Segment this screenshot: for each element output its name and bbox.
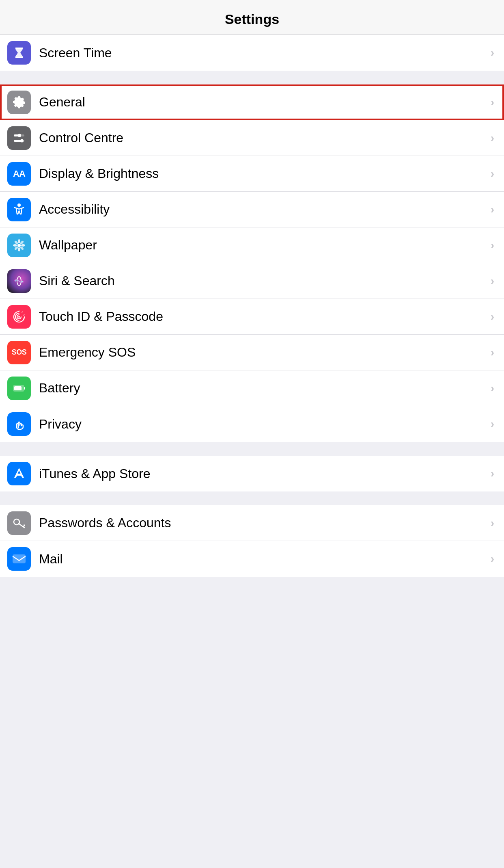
display-brightness-label: Display & Brightness [39,166,487,181]
group-itunes: iTunes & App Store › [0,456,504,491]
screen-time-chevron: › [491,46,494,59]
spacer-2 [0,442,504,456]
svg-rect-26 [13,555,25,563]
svg-rect-24 [22,526,24,527]
svg-point-16 [19,240,24,245]
spacer-3 [0,491,504,505]
siri-icon [7,269,31,293]
group-main-settings: General › Control Centre › AA Display & … [0,84,504,442]
privacy-icon [7,412,31,436]
display-brightness-icon: AA [7,162,31,186]
screen-time-icon [7,41,31,65]
wallpaper-label: Wallpaper [39,238,487,253]
spacer-1 [0,71,504,84]
general-chevron: › [491,96,494,109]
passwords-accounts-label: Passwords & Accounts [39,515,487,530]
siri-search-label: Siri & Search [39,273,487,288]
emergency-sos-icon: SOS [7,341,31,364]
sidebar-item-wallpaper[interactable]: Wallpaper › [0,227,504,263]
mail-chevron: › [491,552,494,565]
battery-svg [11,381,27,396]
emergency-sos-label: Emergency SOS [39,345,487,360]
wallpaper-icon [7,234,31,257]
sidebar-item-accessibility[interactable]: Accessibility › [0,192,504,227]
svg-point-15 [19,246,24,250]
app-store-icon [7,462,31,485]
touch-id-chevron: › [491,310,494,323]
accessibility-icon [7,198,31,221]
svg-point-14 [14,240,18,245]
privacy-chevron: › [491,418,494,431]
svg-rect-0 [15,48,23,49]
sidebar-item-siri-search[interactable]: Siri & Search › [0,263,504,299]
privacy-svg [11,416,27,432]
svg-point-4 [18,134,21,137]
control-centre-label: Control Centre [39,130,487,145]
svg-rect-22 [24,387,25,390]
passwords-accounts-chevron: › [491,517,494,530]
group-passwords: Passwords & Accounts › Mail › [0,505,504,577]
passwords-svg [11,515,27,531]
siri-svg [11,273,27,289]
control-centre-chevron: › [491,132,494,145]
siri-search-chevron: › [491,275,494,288]
mail-icon [7,547,31,571]
sidebar-item-display-brightness[interactable]: AA Display & Brightness › [0,156,504,192]
mail-svg [11,551,27,567]
svg-rect-25 [24,524,25,526]
svg-point-17 [14,246,18,250]
screen-time-svg [11,45,27,61]
sidebar-item-control-centre[interactable]: Control Centre › [0,120,504,156]
accessibility-chevron: › [491,203,494,216]
svg-rect-21 [14,386,22,390]
nav-bar: Settings [0,0,504,35]
passwords-icon [7,511,31,535]
group-screen-time: Screen Time › [0,35,504,71]
sidebar-item-screen-time[interactable]: Screen Time › [0,35,504,71]
battery-chevron: › [491,382,494,395]
svg-point-19 [18,316,20,318]
emergency-sos-chevron: › [491,346,494,359]
sidebar-item-emergency-sos[interactable]: SOS Emergency SOS › [0,335,504,370]
accessibility-svg [11,202,27,217]
mail-label: Mail [39,552,487,567]
privacy-label: Privacy [39,417,487,432]
sidebar-item-touch-id[interactable]: Touch ID & Passcode › [0,299,504,335]
screen-time-label: Screen Time [39,45,487,61]
control-centre-svg [11,130,27,146]
battery-label: Battery [39,381,487,396]
general-label: General [39,95,487,110]
gear-svg [11,95,27,110]
sidebar-item-mail[interactable]: Mail › [0,541,504,577]
touch-id-label: Touch ID & Passcode [39,309,487,324]
itunes-app-store-label: iTunes & App Store [39,466,487,481]
sidebar-item-battery[interactable]: Battery › [0,370,504,406]
aa-text: AA [13,169,25,179]
touch-id-icon [7,305,31,329]
svg-point-8 [17,203,21,207]
sidebar-item-general[interactable]: General › [0,84,504,120]
itunes-app-store-chevron: › [491,467,494,480]
page-title: Settings [225,11,279,27]
appstore-svg [11,466,27,481]
svg-point-9 [17,244,21,247]
svg-point-13 [21,244,25,247]
control-centre-icon [7,126,31,150]
general-icon [7,91,31,114]
sidebar-item-itunes-app-store[interactable]: iTunes & App Store › [0,456,504,491]
svg-point-10 [18,239,20,243]
battery-icon [7,377,31,400]
display-brightness-chevron: › [491,167,494,180]
fingerprint-svg [11,309,27,325]
sidebar-item-passwords-accounts[interactable]: Passwords & Accounts › [0,505,504,541]
svg-rect-1 [15,57,23,58]
svg-point-12 [13,244,17,247]
wallpaper-chevron: › [491,239,494,252]
wallpaper-svg [11,238,27,253]
accessibility-label: Accessibility [39,202,487,217]
svg-point-7 [20,139,24,142]
svg-point-11 [18,247,20,251]
sidebar-item-privacy[interactable]: Privacy › [0,406,504,442]
